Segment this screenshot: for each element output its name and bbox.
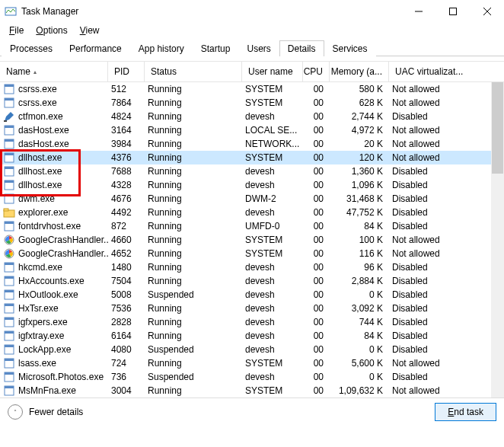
process-icon: [3, 97, 15, 109]
process-pid: 7536: [108, 303, 145, 314]
tab-performance[interactable]: Performance: [61, 40, 130, 56]
column-header-uac[interactable]: UAC virtualizat...: [389, 62, 486, 81]
process-status: Running: [145, 207, 242, 218]
menu-view[interactable]: View: [74, 24, 106, 37]
process-user: SYSTEM: [242, 97, 303, 108]
process-status: Running: [145, 358, 242, 369]
process-pid: 4652: [108, 248, 145, 259]
process-name: csrss.exe: [18, 97, 57, 108]
process-cpu: 00: [303, 303, 330, 314]
process-icon: [3, 220, 15, 232]
table-row[interactable]: igfxtray.exe6164Runningdevesh0084 KDisab…: [0, 329, 504, 343]
process-name: igfxtray.exe: [18, 330, 64, 341]
process-pid: 7864: [108, 97, 145, 108]
window-title: Task Manager: [21, 6, 401, 17]
table-row[interactable]: igfxpers.exe2828Runningdevesh00744 KDisa…: [0, 315, 504, 329]
table-row[interactable]: HxOutlook.exe5008Suspendeddevesh000 KDis…: [0, 288, 504, 302]
table-row[interactable]: MsMnFna.exe3004RunningSYSTEM001,09,632 K…: [0, 384, 504, 398]
table-row[interactable]: dasHost.exe3984RunningNETWORK...0020 KNo…: [0, 137, 504, 151]
column-header-pid[interactable]: PID: [108, 62, 145, 81]
process-name: Microsoft.Photos.exe: [18, 372, 104, 382]
tab-startup[interactable]: Startup: [193, 40, 239, 56]
process-name: GoogleCrashHandler...: [18, 235, 108, 245]
process-icon: [3, 179, 15, 191]
svg-rect-14: [5, 139, 14, 142]
svg-rect-48: [5, 386, 14, 388]
menu-file[interactable]: File: [3, 24, 30, 37]
fewer-details-toggle[interactable]: ˄ Fewer details: [8, 404, 83, 420]
process-memory: 100 K: [330, 235, 389, 245]
process-cpu: 00: [303, 235, 330, 245]
table-row[interactable]: dllhost.exe4376RunningSYSTEM00120 KNot a…: [0, 151, 504, 164]
table-row[interactable]: LockApp.exe4080Suspendeddevesh000 KDisab…: [0, 343, 504, 356]
table-row[interactable]: explorer.exe4492Runningdevesh0047,752 KD…: [0, 206, 504, 219]
process-user: devesh: [242, 317, 303, 327]
process-pid: 6164: [108, 330, 145, 341]
process-user: devesh: [242, 289, 303, 300]
process-user: devesh: [242, 207, 303, 218]
table-row[interactable]: lsass.exe724RunningSYSTEM005,600 KNot al…: [0, 356, 504, 370]
table-row[interactable]: dwm.exe4676RunningDWM-20031,468 KDisable…: [0, 192, 504, 206]
table-row[interactable]: Microsoft.Photos.exe736Suspendeddevesh00…: [0, 370, 504, 384]
process-pid: 3004: [108, 385, 145, 396]
process-pid: 1480: [108, 262, 145, 273]
menu-options[interactable]: Options: [30, 24, 73, 37]
column-header-name[interactable]: Name▴: [0, 62, 108, 81]
process-pid: 5008: [108, 289, 145, 300]
process-cpu: 00: [303, 139, 330, 149]
minimize-button[interactable]: [401, 0, 435, 23]
column-header-cpu[interactable]: CPU: [303, 62, 330, 81]
table-row[interactable]: hkcmd.exe1480Runningdevesh0096 KDisabled: [0, 260, 504, 274]
process-user: SYSTEM: [242, 358, 303, 369]
process-cpu: 00: [303, 180, 330, 190]
process-uac: Disabled: [389, 166, 486, 177]
process-status: Running: [145, 152, 242, 163]
tab-services[interactable]: Services: [324, 40, 376, 56]
process-user: SYSTEM: [242, 152, 303, 163]
process-cpu: 00: [303, 221, 330, 231]
process-icon: [3, 261, 15, 273]
process-icon: [3, 138, 15, 150]
table-row[interactable]: dllhost.exe4328Runningdevesh001,096 KDis…: [0, 178, 504, 192]
column-header-user[interactable]: User name: [242, 62, 303, 81]
end-task-button[interactable]: End task: [435, 403, 496, 421]
process-user: SYSTEM: [242, 235, 303, 245]
scrollbar-thumb[interactable]: [492, 82, 503, 174]
table-row[interactable]: csrss.exe7864RunningSYSTEM00628 KNot all…: [0, 96, 504, 110]
process-icon: [3, 83, 15, 95]
process-cpu: 00: [303, 276, 330, 286]
column-header-memory[interactable]: Memory (a...: [330, 62, 389, 81]
process-name: dasHost.exe: [18, 139, 69, 149]
process-status: Running: [145, 262, 242, 273]
table-row[interactable]: dllhost.exe7688Runningdevesh001,360 KDis…: [0, 164, 504, 178]
process-cpu: 00: [303, 289, 330, 300]
tab-users[interactable]: Users: [238, 40, 279, 56]
table-row[interactable]: csrss.exe512RunningSYSTEM00580 KNot allo…: [0, 82, 504, 96]
table-row[interactable]: GoogleCrashHandler...4652RunningSYSTEM00…: [0, 247, 504, 260]
close-button[interactable]: [470, 0, 504, 23]
fewer-details-label: Fewer details: [29, 407, 83, 417]
svg-rect-2: [449, 8, 456, 15]
process-name: dllhost.exe: [18, 166, 62, 177]
column-header-status[interactable]: Status: [145, 62, 242, 81]
table-row[interactable]: ctfmon.exe4824Runningdevesh002,744 KDisa…: [0, 110, 504, 123]
svg-rect-22: [5, 194, 14, 196]
tab-processes[interactable]: Processes: [2, 40, 61, 56]
process-icon: [3, 165, 15, 177]
process-uac: Not allowed: [389, 248, 486, 259]
table-row[interactable]: HxTsr.exe7536Runningdevesh003,092 KDisab…: [0, 302, 504, 315]
table-row[interactable]: HxAccounts.exe7504Runningdevesh002,884 K…: [0, 274, 504, 288]
chevron-up-icon: ˄: [8, 404, 23, 420]
svg-rect-36: [5, 304, 14, 306]
tab-details[interactable]: Details: [279, 40, 324, 56]
vertical-scrollbar[interactable]: [491, 82, 504, 398]
process-cpu: 00: [303, 358, 330, 369]
table-row[interactable]: dasHost.exe3164RunningLOCAL SE...004,972…: [0, 123, 504, 137]
table-row[interactable]: fontdrvhost.exe872RunningUMFD-00084 KDis…: [0, 219, 504, 233]
process-pid: 4660: [108, 235, 145, 245]
process-name: HxOutlook.exe: [18, 289, 78, 300]
maximize-button[interactable]: [435, 0, 470, 23]
tab-app-history[interactable]: App history: [130, 40, 193, 56]
process-uac: Not allowed: [389, 358, 486, 369]
table-row[interactable]: GoogleCrashHandler...4660RunningSYSTEM00…: [0, 233, 504, 247]
